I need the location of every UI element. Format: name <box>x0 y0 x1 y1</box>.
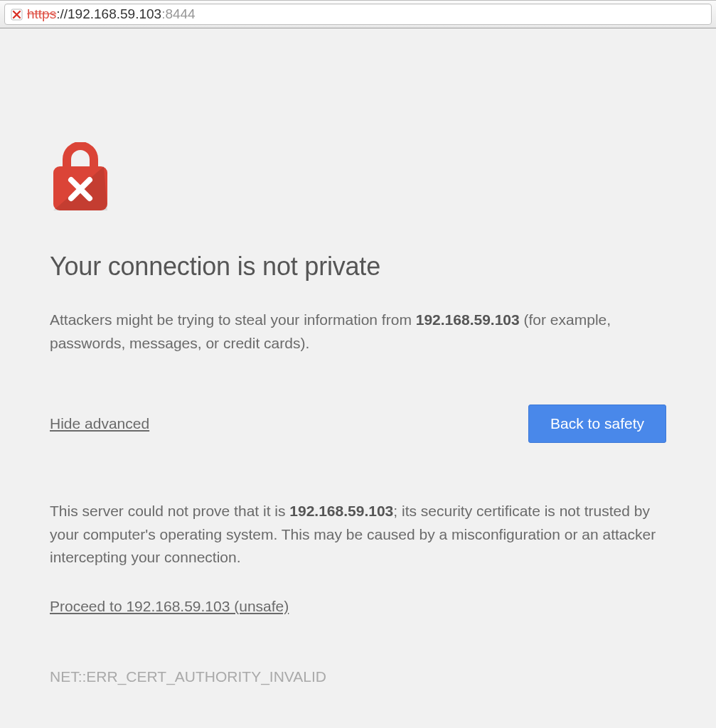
address-bar: https://192.168.59.103:8444 <box>0 0 716 28</box>
url-input[interactable]: https://192.168.59.103:8444 <box>4 4 712 25</box>
adv-host: 192.168.59.103 <box>289 503 393 519</box>
url-separator: :// <box>56 6 68 22</box>
error-page-content: Your connection is not private Attackers… <box>0 28 716 685</box>
error-code: NET::ERR_CERT_AUTHORITY_INVALID <box>50 668 666 685</box>
warning-description: Attackers might be trying to steal your … <box>50 309 666 355</box>
hide-advanced-link[interactable]: Hide advanced <box>50 415 149 432</box>
url-host: 192.168.59.103 <box>68 6 161 22</box>
back-to-safety-button[interactable]: Back to safety <box>528 405 666 443</box>
desc-host: 192.168.59.103 <box>416 311 520 328</box>
advanced-description: This server could not prove that it is 1… <box>50 500 666 569</box>
url-port: :8444 <box>161 6 196 22</box>
ssl-error-icon <box>11 9 23 21</box>
adv-prefix: This server could not prove that it is <box>50 503 289 519</box>
page-title: Your connection is not private <box>50 252 666 282</box>
url-scheme: https <box>27 6 56 22</box>
desc-prefix: Attackers might be trying to steal your … <box>50 311 416 328</box>
action-row: Hide advanced Back to safety <box>50 405 666 443</box>
lock-error-icon <box>50 142 666 216</box>
proceed-unsafe-link[interactable]: Proceed to 192.168.59.103 (unsafe) <box>50 598 289 615</box>
